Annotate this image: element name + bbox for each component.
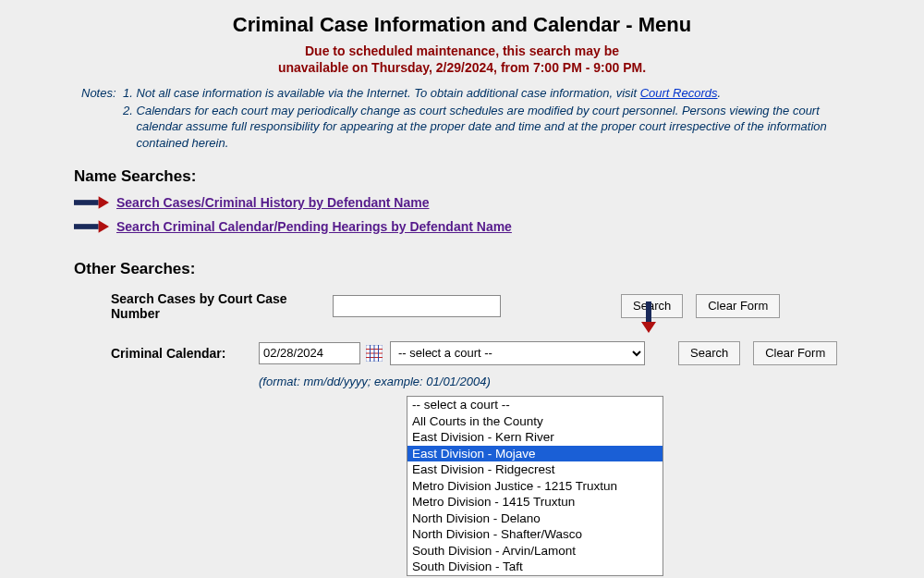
- date-format-hint: (format: mm/dd/yyyy; example: 01/01/2004…: [259, 375, 850, 388]
- calendar-search-button[interactable]: Search: [678, 341, 740, 365]
- other-searches-heading: Other Searches:: [74, 260, 850, 278]
- court-option[interactable]: North Division - Shafter/Wasco: [407, 526, 663, 543]
- notes-label: Notes:: [81, 85, 116, 152]
- page-title: Criminal Case Information and Calendar -…: [74, 13, 850, 37]
- maintenance-line2: unavailable on Thursday, 2/29/2024, from…: [278, 60, 646, 75]
- svg-marker-12: [641, 322, 656, 333]
- court-option[interactable]: East Division - Mojave: [407, 446, 663, 462]
- case-number-clear-button[interactable]: Clear Form: [696, 294, 780, 318]
- name-searches-heading: Name Searches:: [74, 167, 850, 186]
- arrow-down-icon: [641, 301, 656, 333]
- court-option[interactable]: East Division - Kern River: [407, 429, 663, 446]
- arrow-right-icon: [74, 220, 109, 233]
- court-option[interactable]: South Division - Arvin/Lamont: [407, 543, 663, 560]
- note-2-text: Calendars for each court may periodicall…: [137, 104, 827, 150]
- court-records-link[interactable]: Court Records: [640, 86, 718, 100]
- case-number-input[interactable]: [333, 295, 501, 317]
- court-option[interactable]: Metro Division Justice - 1215 Truxtun: [407, 478, 663, 495]
- calendar-date-input[interactable]: [259, 342, 360, 364]
- svg-rect-2: [74, 224, 99, 229]
- note-item-2: Calendars for each court may periodicall…: [137, 103, 850, 152]
- court-select[interactable]: -- select a court --: [390, 341, 645, 365]
- note-1-post: .: [717, 86, 721, 100]
- search-calendar-by-defendant-link[interactable]: Search Criminal Calendar/Pending Hearing…: [116, 219, 512, 234]
- court-option[interactable]: South Division - Taft: [407, 559, 663, 575]
- svg-marker-3: [99, 220, 109, 232]
- case-number-label: Search Cases by Court Case Number: [74, 291, 333, 321]
- svg-marker-1: [99, 196, 109, 208]
- court-option[interactable]: North Division - Delano: [407, 510, 663, 527]
- svg-rect-11: [646, 301, 651, 322]
- court-option[interactable]: Metro Division - 1415 Truxtun: [407, 494, 663, 510]
- note-1-pre: Not all case information is available vi…: [137, 86, 640, 100]
- maintenance-line1: Due to scheduled maintenance, this searc…: [305, 43, 619, 58]
- calendar-clear-button[interactable]: Clear Form: [753, 341, 837, 365]
- calendar-icon[interactable]: [366, 345, 383, 362]
- note-item-1: Not all case information is available vi…: [137, 85, 850, 102]
- svg-rect-0: [74, 200, 99, 205]
- court-option[interactable]: East Division - Ridgecrest: [407, 461, 663, 478]
- court-option[interactable]: -- select a court --: [407, 397, 663, 413]
- search-cases-by-defendant-link[interactable]: Search Cases/Criminal History by Defenda…: [116, 195, 429, 210]
- maintenance-notice: Due to scheduled maintenance, this searc…: [74, 43, 850, 76]
- court-select-listbox[interactable]: -- select a court --All Courts in the Co…: [407, 396, 663, 576]
- calendar-label: Criminal Calendar:: [74, 346, 259, 361]
- arrow-right-icon: [74, 196, 109, 209]
- notes-block: Notes: Not all case information is avail…: [81, 85, 850, 152]
- court-option[interactable]: All Courts in the County: [407, 413, 663, 430]
